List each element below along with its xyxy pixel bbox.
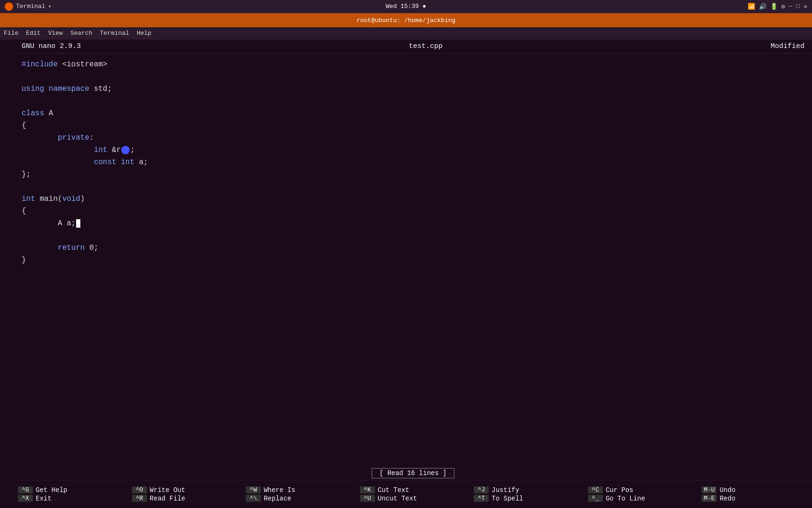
- terminal-title-bar: root@ubuntu: /home/jackbing: [0, 13, 812, 27]
- nano-version: GNU nano 2.9.3: [22, 42, 81, 50]
- menu-edit[interactable]: Edit: [26, 30, 40, 37]
- label-undo: Undo: [719, 486, 735, 494]
- label-where-is: Where Is: [264, 486, 295, 494]
- terminal-menu-bar: File Edit View Search Terminal Help: [0, 27, 812, 40]
- code-line-15: [22, 230, 804, 242]
- shortcut-justify[interactable]: ^J Justify: [474, 486, 580, 494]
- shortcut-col-3: ^W Where Is ^\ Replace: [242, 480, 356, 508]
- key-go-to-line: ^_: [588, 495, 603, 502]
- key-redo: M-E: [702, 495, 717, 502]
- code-line-13: {: [22, 205, 804, 217]
- code-line-6: {: [22, 119, 804, 132]
- code-line-1: #include <iostream>: [22, 58, 804, 71]
- text-cursor: [76, 219, 80, 228]
- key-cur-pos: ^C: [588, 486, 603, 493]
- highlight-cursor: [121, 146, 130, 154]
- shortcut-col-4: ^K Cut Text ^U Uncut Text: [356, 480, 470, 508]
- shortcut-redo[interactable]: M-E Redo: [702, 495, 808, 502]
- shortcut-col-7: M-U Undo M-E Redo: [698, 480, 812, 508]
- shortcut-uncut-text[interactable]: ^U Uncut Text: [360, 495, 467, 502]
- key-to-spell: ^T: [474, 495, 489, 502]
- label-write-out: Write Out: [150, 486, 186, 494]
- shortcut-read-file[interactable]: ^R Read File: [132, 495, 239, 502]
- key-get-help: ^G: [18, 486, 33, 493]
- label-get-help: Get Help: [36, 486, 67, 494]
- code-line-9: const int a;: [22, 156, 804, 168]
- label-to-spell: To Spell: [492, 495, 523, 502]
- nano-modified: Modified: [771, 42, 804, 50]
- shortcut-bar: ^G Get Help ^X Exit ^O Write Out ^R Read…: [14, 480, 812, 508]
- system-bar-right: 📶 🔊 🔋 ⚙ ─ □ ✕: [748, 3, 807, 10]
- label-uncut-text: Uncut Text: [378, 495, 417, 502]
- code-area[interactable]: #include <iostream> using namespace std;…: [14, 54, 812, 467]
- shortcut-col-2: ^O Write Out ^R Read File: [128, 480, 242, 508]
- shortcut-cut-text[interactable]: ^K Cut Text: [360, 486, 467, 494]
- label-redo: Redo: [719, 495, 735, 502]
- window-min-icon[interactable]: ─: [789, 3, 793, 10]
- network-icon: 📶: [748, 3, 755, 10]
- nano-header: GNU nano 2.9.3 test.cpp Modified: [14, 40, 812, 54]
- shortcut-cur-pos[interactable]: ^C Cur Pos: [588, 486, 695, 494]
- key-uncut-text: ^U: [360, 495, 375, 502]
- nano-filename: test.cpp: [409, 42, 443, 50]
- code-line-7: private:: [22, 132, 804, 144]
- code-line-8: int &r;: [22, 144, 804, 156]
- key-justify: ^J: [474, 486, 489, 493]
- terminal-title-text: root@ubuntu: /home/jackbing: [357, 17, 456, 24]
- shortcut-write-out[interactable]: ^O Write Out: [132, 486, 239, 494]
- label-exit: Exit: [36, 495, 52, 502]
- system-bar: Terminal ▾ Wed 15:39 ● 📶 🔊 🔋 ⚙ ─ □ ✕: [0, 0, 812, 13]
- label-cut-text: Cut Text: [378, 486, 409, 494]
- window-close-icon[interactable]: ✕: [804, 3, 807, 10]
- code-line-17: }: [22, 254, 804, 266]
- terminal-app-label: Terminal: [16, 3, 45, 10]
- battery-icon: 🔋: [770, 3, 778, 10]
- code-line-3: using namespace std;: [22, 83, 804, 95]
- status-message: [ Read 16 lines ]: [372, 468, 455, 478]
- menu-view[interactable]: View: [48, 30, 62, 37]
- menu-file[interactable]: File: [4, 30, 18, 37]
- window-max-icon[interactable]: □: [796, 3, 800, 10]
- shortcut-where-is[interactable]: ^W Where Is: [246, 486, 352, 494]
- key-cut-text: ^K: [360, 486, 375, 493]
- key-where-is: ^W: [246, 486, 261, 493]
- shortcut-exit[interactable]: ^X Exit: [18, 495, 125, 502]
- shortcut-col-6: ^C Cur Pos ^_ Go To Line: [584, 480, 698, 508]
- code-line-11: [22, 181, 804, 193]
- status-bar: [ Read 16 lines ]: [14, 467, 812, 480]
- editor-container: GNU nano 2.9.3 test.cpp Modified #includ…: [14, 40, 812, 508]
- code-line-10: };: [22, 168, 804, 181]
- sound-icon: 🔊: [759, 3, 766, 10]
- shortcut-to-spell[interactable]: ^T To Spell: [474, 495, 580, 502]
- system-bar-left: Terminal ▾: [5, 2, 51, 11]
- shortcut-go-to-line[interactable]: ^_ Go To Line: [588, 495, 695, 502]
- key-undo: M-U: [702, 486, 717, 493]
- settings-icon[interactable]: ⚙: [781, 3, 785, 10]
- label-go-to-line: Go To Line: [606, 495, 645, 502]
- key-replace: ^\: [246, 495, 261, 502]
- code-line-12: int main(void): [22, 193, 804, 205]
- menu-search[interactable]: Search: [70, 30, 93, 37]
- key-write-out: ^O: [132, 486, 147, 493]
- code-line-16: return 0;: [22, 242, 804, 254]
- shortcut-col-1: ^G Get Help ^X Exit: [14, 480, 128, 508]
- code-line-4: [22, 95, 804, 107]
- ubuntu-logo[interactable]: [5, 2, 13, 11]
- system-clock: Wed 15:39 ●: [386, 3, 426, 10]
- menu-help[interactable]: Help: [137, 30, 151, 37]
- code-line-5: class A: [22, 107, 804, 119]
- label-replace: Replace: [264, 495, 291, 502]
- key-read-file: ^R: [132, 495, 147, 502]
- shortcut-col-5: ^J Justify ^T To Spell: [470, 480, 584, 508]
- code-line-2: [22, 71, 804, 83]
- label-read-file: Read File: [150, 495, 186, 502]
- key-exit: ^X: [18, 495, 33, 502]
- shortcut-undo[interactable]: M-U Undo: [702, 486, 808, 494]
- shortcut-replace[interactable]: ^\ Replace: [246, 495, 352, 502]
- label-cur-pos: Cur Pos: [606, 486, 633, 494]
- label-justify: Justify: [492, 486, 519, 494]
- terminal-dropdown-icon[interactable]: ▾: [48, 3, 51, 9]
- shortcut-get-help[interactable]: ^G Get Help: [18, 486, 125, 494]
- code-line-14: A a;: [22, 217, 804, 230]
- menu-terminal[interactable]: Terminal: [100, 30, 129, 37]
